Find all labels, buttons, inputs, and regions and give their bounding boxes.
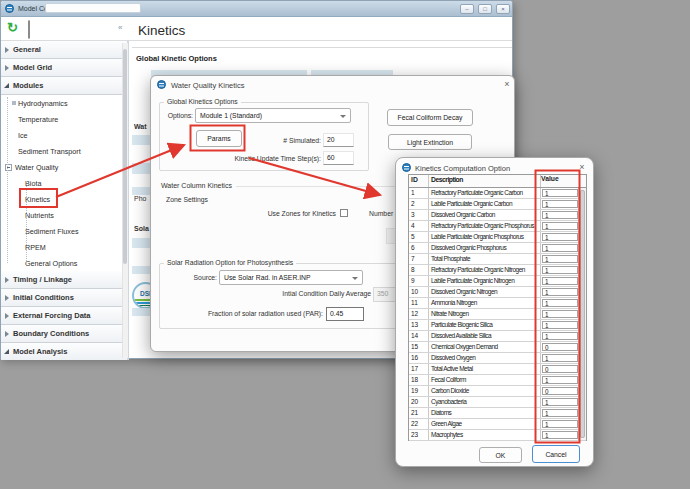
tree-node-icon[interactable] [12, 101, 16, 105]
kinetics-computation-dialog: Kinetics Computation Option × IDDescript… [395, 157, 594, 467]
table-cell-value: 1 [541, 419, 580, 429]
table-scrollbar[interactable] [578, 188, 586, 440]
use-zones-label: Use Zones for Kinetics [211, 210, 336, 217]
sidebar-item-timing-linkage[interactable]: Timing / Linkage [1, 271, 127, 289]
value-cell-input[interactable]: 1 [542, 255, 578, 263]
expanded-arrow-icon[interactable] [4, 349, 9, 354]
sidebar-item-label: General Options [25, 259, 77, 268]
collapsed-arrow-icon[interactable] [5, 65, 9, 71]
value-cell-input[interactable]: 1 [542, 420, 578, 428]
table-row: 2Labile Particulate Organic Carbon1 [409, 199, 586, 210]
page-fragment-solar: Sola [134, 225, 149, 232]
collapsed-arrow-icon[interactable] [5, 295, 9, 301]
table-header-cell: ID [409, 175, 429, 187]
value-cell-input[interactable]: 1 [542, 266, 578, 274]
sidebar-item-nutrients[interactable]: Nutrients [1, 207, 127, 223]
close-icon[interactable]: × [576, 162, 588, 172]
window-titlebar[interactable]: Model Control – □ × [1, 1, 512, 17]
document-icon[interactable] [28, 20, 30, 39]
value-cell-input[interactable]: 1 [542, 398, 578, 406]
sidebar-item-general-options[interactable]: General Options [1, 255, 127, 271]
sidebar-item-model-grid[interactable]: Model Grid [1, 59, 127, 77]
maximize-button[interactable]: □ [478, 4, 492, 14]
value-cell-input[interactable]: 1 [542, 200, 578, 208]
simulated-label: # Simulated: [211, 137, 321, 144]
value-cell-input[interactable]: 1 [542, 409, 578, 417]
value-cell-input[interactable]: 1 [542, 299, 578, 307]
sidebar-item-sediment-fluxes[interactable]: Sediment Fluxes [1, 223, 127, 239]
sidebar-item-initial-conditions[interactable]: Initial Conditions [1, 289, 127, 307]
table-cell-id: 20 [409, 397, 429, 407]
value-cell-input[interactable]: 0 [542, 365, 578, 373]
value-cell-input[interactable]: 1 [542, 189, 578, 197]
fecal-coliform-decay-button[interactable]: Fecal Coliform Decay [387, 109, 473, 126]
value-cell-input[interactable]: 1 [542, 288, 578, 296]
value-cell-input[interactable]: 1 [542, 431, 578, 439]
sidebar-item-kinetics[interactable]: Kinetics [1, 191, 127, 207]
sidebar-item-modules[interactable]: Modules [1, 77, 127, 95]
value-cell-input[interactable]: 0 [542, 387, 578, 395]
refresh-icon[interactable]: ↻ [7, 21, 18, 34]
table-cell-id: 22 [409, 419, 429, 429]
table-cell-value: 1 [541, 254, 580, 264]
expanded-arrow-icon[interactable] [4, 83, 9, 88]
sidebar-item-temperature[interactable]: Temperature [1, 111, 127, 127]
kinetic-step-input[interactable]: 60 [323, 151, 354, 165]
sidebar-item-label: Hydrodynamics [18, 99, 68, 108]
value-cell-input[interactable]: 1 [542, 277, 578, 285]
table-cell-description: Fecal Coliform [429, 375, 541, 385]
tree-guide-line [7, 97, 8, 263]
sidebar-item-biota[interactable]: Biota [1, 175, 127, 191]
sidebar-item-model-analysis[interactable]: Model Analysis [1, 343, 127, 360]
value-cell-input[interactable]: 1 [542, 321, 578, 329]
table-cell-description: Chemical Oxygen Demand [429, 342, 541, 352]
titlebar-textbox[interactable] [45, 3, 141, 13]
sidebar-item-boundary-conditions[interactable]: Boundary Conditions [1, 325, 127, 343]
collapsed-arrow-icon[interactable] [5, 47, 9, 53]
sidebar-item-external-forcing-data[interactable]: External Forcing Data [1, 307, 127, 325]
sidebar-item-rpem[interactable]: RPEM [1, 239, 127, 255]
table-cell-id: 1 [409, 188, 429, 198]
par-fraction-input[interactable]: 0.45 [326, 307, 364, 321]
use-zones-checkbox[interactable] [340, 209, 348, 217]
collapse-sidebar-icon[interactable]: « [118, 23, 122, 32]
sidebar-item-sediment-transport[interactable]: Sediment Transport [1, 143, 127, 159]
sidebar-item-label: RPEM [25, 243, 46, 252]
sidebar-item-water-quality[interactable]: Water Quality [1, 159, 127, 175]
close-button[interactable]: × [496, 4, 510, 14]
table-row: 19Carbon Dioxide0 [409, 386, 586, 397]
table-cell-description: Dissolved Available Silica [429, 331, 541, 341]
minimize-button[interactable]: – [460, 4, 474, 14]
table-cell-description: Cyanobacteria [429, 397, 541, 407]
ok-button[interactable]: OK [479, 447, 522, 463]
value-cell-input[interactable]: 1 [542, 233, 578, 241]
value-cell-input[interactable]: 1 [542, 310, 578, 318]
simulated-input[interactable]: 20 [323, 133, 354, 147]
sidebar-item-ice[interactable]: Ice [1, 127, 127, 143]
value-cell-input[interactable]: 1 [542, 354, 578, 362]
value-cell-input[interactable]: 1 [542, 222, 578, 230]
table-cell-id: 4 [409, 221, 429, 231]
value-cell-input[interactable]: 1 [542, 244, 578, 252]
light-extinction-button[interactable]: Light Extinction [388, 134, 472, 150]
value-cell-input[interactable]: 1 [542, 332, 578, 340]
table-cell-value: 1 [541, 397, 580, 407]
table-row: 20Cyanobacteria1 [409, 397, 586, 408]
value-cell-input[interactable]: 0 [542, 343, 578, 351]
table-cell-value: 1 [541, 210, 580, 220]
table-scrollbar-thumb[interactable] [580, 190, 585, 438]
value-cell-input[interactable]: 1 [542, 211, 578, 219]
sidebar-item-general[interactable]: General [1, 41, 127, 59]
value-cell-input[interactable]: 1 [542, 376, 578, 384]
close-icon[interactable]: × [501, 79, 513, 89]
sidebar-scrollbar-thumb[interactable] [123, 49, 127, 264]
collapsed-arrow-icon[interactable] [5, 277, 9, 283]
sidebar-item-label: Ice [18, 131, 28, 140]
module-dropdown[interactable]: Module 1 (Standard) [195, 108, 351, 123]
solar-source-dropdown[interactable]: Use Solar Rad. in ASER.INP [219, 270, 363, 285]
table-cell-id: 9 [409, 276, 429, 286]
collapsed-arrow-icon[interactable] [5, 313, 9, 319]
sidebar-item-hydrodynamics[interactable]: Hydrodynamics [1, 95, 127, 111]
cancel-button[interactable]: Cancel [532, 445, 580, 463]
collapsed-arrow-icon[interactable] [5, 331, 9, 337]
